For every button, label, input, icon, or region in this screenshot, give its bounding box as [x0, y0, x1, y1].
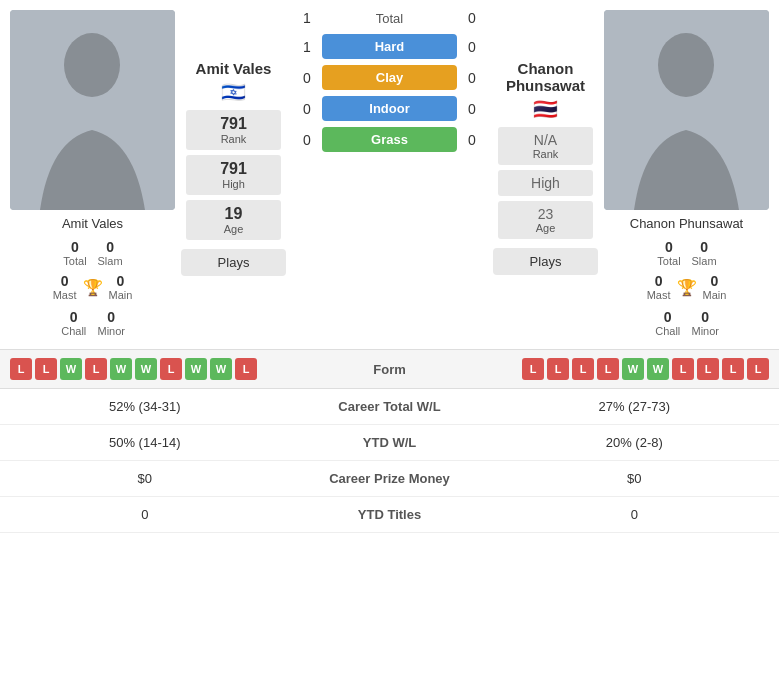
- left-age-value: 19: [194, 205, 273, 223]
- right-mast-label: Mast: [647, 289, 671, 301]
- hard-row: 1 Hard 0: [292, 34, 487, 59]
- left-age-box: 19 Age: [186, 200, 281, 240]
- right-total-cell: 0 Total: [652, 237, 685, 269]
- right-form-badge-l: L: [597, 358, 619, 380]
- left-chall-minor-grid: 0 Chall 0 Minor: [56, 307, 129, 339]
- total-label: Total: [322, 11, 457, 26]
- left-form-badge-l: L: [10, 358, 32, 380]
- left-plays-label: Plays: [191, 255, 276, 270]
- left-age-label: Age: [194, 223, 273, 235]
- right-slam-cell: 0 Slam: [688, 237, 721, 269]
- left-trophy-row: 0 Mast 🏆 0 Main: [53, 273, 133, 301]
- right-form-badge-w: W: [622, 358, 644, 380]
- stats-row-1: 50% (14-14)YTD W/L20% (2-8): [0, 425, 779, 461]
- clay-row: 0 Clay 0: [292, 65, 487, 90]
- clay-right-score: 0: [457, 70, 487, 86]
- stats-row-0-center: Career Total W/L: [290, 399, 490, 414]
- left-slam-cell: 0 Slam: [94, 237, 127, 269]
- right-chall-cell: 0 Chall: [650, 307, 686, 339]
- left-form-badge-l: L: [35, 358, 57, 380]
- right-plays-box: Plays: [493, 248, 598, 275]
- right-form-badge-l: L: [547, 358, 569, 380]
- indoor-badge: Indoor: [322, 96, 457, 121]
- right-rank-box: N/A Rank: [498, 127, 593, 165]
- right-form-badge-l: L: [747, 358, 769, 380]
- right-stats-col: Chanon Phunsawat 🇹🇭 N/A Rank High High 2…: [493, 10, 598, 339]
- left-chall-cell: 0 Chall: [56, 307, 92, 339]
- stats-row-3-right: 0: [490, 507, 780, 522]
- right-slam-label: Slam: [692, 255, 717, 267]
- stats-table: 52% (34-31)Career Total W/L27% (27-73)50…: [0, 388, 779, 533]
- left-main-label: Main: [109, 289, 133, 301]
- stats-row-0-right: 27% (27-73): [490, 399, 780, 414]
- left-player-photo: [10, 10, 175, 210]
- right-form-badge-l: L: [672, 358, 694, 380]
- left-main-cell: 0 Main: [109, 273, 133, 301]
- left-minor-value: 0: [98, 309, 126, 325]
- right-high-box: High High: [498, 170, 593, 196]
- left-player-col: Amit Vales 0 Total 0 Slam 0 Mast 🏆: [10, 10, 175, 339]
- left-plays-box: Plays: [181, 249, 286, 276]
- left-form-badge-w: W: [210, 358, 232, 380]
- left-slam-label: Slam: [98, 255, 123, 267]
- right-chall-minor-grid: 0 Chall 0 Minor: [650, 307, 723, 339]
- left-form-badge-l: L: [85, 358, 107, 380]
- right-plays-label: Plays: [503, 254, 588, 269]
- left-form-badges: LLWLWWLWWL: [10, 358, 330, 380]
- right-age-label: Age: [506, 222, 585, 234]
- stats-row-3-center: YTD Titles: [290, 507, 490, 522]
- grass-right-score: 0: [457, 132, 487, 148]
- right-slam-value: 0: [692, 239, 717, 255]
- right-player-header-name: Chanon Phunsawat: [493, 60, 598, 94]
- left-form-badge-w: W: [60, 358, 82, 380]
- left-form-badge-w: W: [185, 358, 207, 380]
- main-container: Amit Vales 0 Total 0 Slam 0 Mast 🏆: [0, 0, 779, 533]
- stats-row-3: 0YTD Titles0: [0, 497, 779, 533]
- stats-row-1-center: YTD W/L: [290, 435, 490, 450]
- grass-row: 0 Grass 0: [292, 127, 487, 152]
- total-row: 1 Total 0: [292, 10, 487, 26]
- left-mast-value: 0: [53, 273, 77, 289]
- left-mast-cell: 0 Mast: [53, 273, 77, 301]
- right-trophy-row: 0 Mast 🏆 0 Main: [647, 273, 727, 301]
- right-rank-value: N/A: [506, 132, 585, 148]
- left-rank-value: 791: [194, 115, 273, 133]
- left-player-name-below: Amit Vales: [62, 216, 123, 231]
- grass-badge: Grass: [322, 127, 457, 152]
- hard-right-score: 0: [457, 39, 487, 55]
- left-total-cell: 0 Total: [58, 237, 91, 269]
- right-total-value: 0: [656, 239, 681, 255]
- right-player-col: Chanon Phunsawat 0 Total 0 Slam 0 Mast 🏆: [604, 10, 769, 339]
- right-form-badge-w: W: [647, 358, 669, 380]
- form-label: Form: [330, 362, 450, 377]
- left-total-value: 0: [62, 239, 87, 255]
- form-section: LLWLWWLWWL Form LLLLWWLLLL: [0, 349, 779, 388]
- stats-row-1-right: 20% (2-8): [490, 435, 780, 450]
- right-high-value: High: [506, 175, 585, 191]
- right-rank-label: Rank: [506, 148, 585, 160]
- left-flag: 🇮🇱: [221, 80, 246, 104]
- right-main-value: 0: [703, 273, 727, 289]
- right-player-silhouette: [604, 10, 769, 210]
- right-player-stats-grid: 0 Total 0 Slam: [652, 237, 720, 269]
- center-col: 1 Total 0 1 Hard 0 0 Clay 0 0 Indoor 0: [292, 10, 487, 339]
- right-player-photo: [604, 10, 769, 210]
- right-player-name-below: Chanon Phunsawat: [630, 216, 743, 231]
- left-main-value: 0: [109, 273, 133, 289]
- stats-row-2: $0Career Prize Money$0: [0, 461, 779, 497]
- right-minor-value: 0: [692, 309, 720, 325]
- left-chall-value: 0: [60, 309, 88, 325]
- right-form-badge-l: L: [697, 358, 719, 380]
- hard-badge: Hard: [322, 34, 457, 59]
- grass-left-score: 0: [292, 132, 322, 148]
- right-age-box: 23 Age: [498, 201, 593, 239]
- right-chall-label: Chall: [654, 325, 682, 337]
- right-form-badge-l: L: [522, 358, 544, 380]
- right-flag: 🇹🇭: [533, 97, 558, 121]
- left-chall-label: Chall: [60, 325, 88, 337]
- svg-point-3: [658, 33, 714, 97]
- svg-point-1: [64, 33, 120, 97]
- left-player-stats-grid: 0 Total 0 Slam: [58, 237, 126, 269]
- right-trophy-icon: 🏆: [677, 278, 697, 297]
- left-trophy-icon: 🏆: [83, 278, 103, 297]
